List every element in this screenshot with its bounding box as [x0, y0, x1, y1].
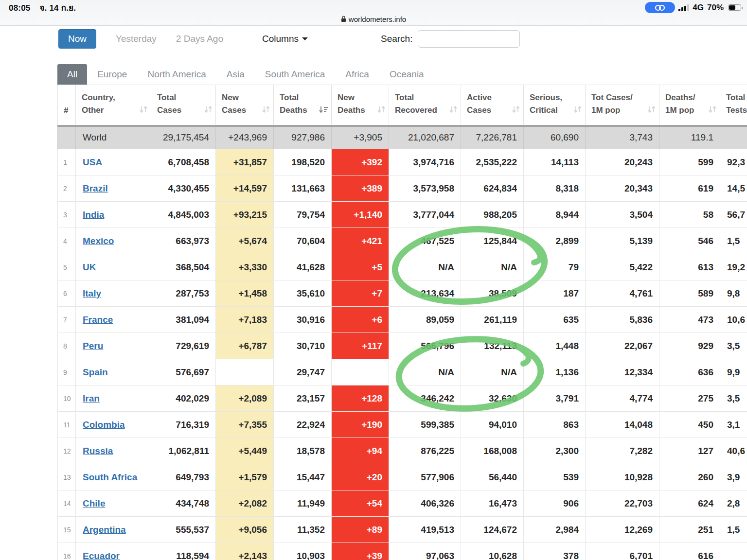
- page-content: Now Yesterday 2 Days Ago Columns Search:…: [0, 29, 747, 560]
- column-header-total-recovered[interactable]: TotalRecovered: [389, 85, 461, 126]
- country-link-france[interactable]: France: [83, 315, 113, 325]
- cell-new-cases: +14,597: [216, 175, 274, 202]
- cell-total-recovered: 3,974,716: [389, 149, 461, 175]
- country-link-usa[interactable]: USA: [83, 157, 102, 167]
- country-link-spain[interactable]: Spain: [83, 367, 108, 377]
- country-link-uk[interactable]: UK: [83, 262, 96, 272]
- cell-active-cases: 10,628: [461, 543, 524, 560]
- country-link-iran[interactable]: Iran: [83, 393, 100, 403]
- column-header-country-other[interactable]: Country,Other: [76, 85, 151, 126]
- tab-africa[interactable]: Africa: [335, 64, 379, 85]
- cell-active-cases: 94,010: [461, 412, 524, 438]
- tab-europe[interactable]: Europe: [87, 64, 137, 85]
- tab-asia[interactable]: Asia: [216, 64, 255, 85]
- column-header-tot-cases-1m-pop[interactable]: Tot Cases/1M pop: [586, 85, 659, 126]
- cell-total-recovered: 406,326: [389, 490, 461, 517]
- column-header-new-cases[interactable]: NewCases: [216, 85, 274, 126]
- cell-rank: 7: [58, 307, 76, 333]
- cell-total-cases: 555,537: [151, 517, 216, 543]
- cell-total-deaths: 35,610: [274, 280, 332, 307]
- personal-hotspot-indicator[interactable]: [645, 2, 675, 13]
- cell-total-deaths: 131,663: [274, 175, 332, 202]
- cell-new-deaths: +117: [332, 333, 389, 359]
- cell-total-tests: 14,5: [720, 175, 747, 202]
- column-header-new-deaths[interactable]: NewDeaths: [332, 85, 389, 126]
- cell-new-cases: +1,458: [216, 280, 274, 307]
- country-link-india[interactable]: India: [83, 210, 104, 220]
- column-header-serious-critical[interactable]: Serious,Critical: [524, 85, 586, 126]
- cell-serious-critical: 14,113: [524, 149, 586, 175]
- country-link-chile[interactable]: Chile: [83, 498, 105, 508]
- now-button[interactable]: Now: [58, 29, 96, 49]
- cell-country: France: [76, 307, 151, 333]
- cell-active-cases: N/A: [461, 254, 524, 280]
- cell-deaths-1m: 613: [659, 254, 720, 280]
- country-link-russia[interactable]: Russia: [83, 446, 113, 456]
- two-days-ago-button[interactable]: 2 Days Ago: [176, 34, 223, 44]
- region-tabs: AllEuropeNorth AmericaAsiaSouth AmericaA…: [57, 64, 747, 85]
- country-link-brazil[interactable]: Brazil: [83, 183, 108, 193]
- cell-deaths-1m: 251: [659, 517, 720, 543]
- sort-icon: [139, 105, 148, 117]
- cell-serious-critical: 60,690: [524, 126, 586, 149]
- cell-rank: 12: [58, 438, 76, 464]
- cell-total-tests: 56,7: [720, 202, 747, 228]
- table-row-usa: 1USA6,708,458+31,857198,520+3923,974,716…: [58, 149, 747, 175]
- cell-total-deaths: 198,520: [274, 149, 332, 175]
- cell-active-cases: 168,008: [461, 438, 524, 464]
- cell-new-deaths: +389: [332, 175, 389, 202]
- cell-country: Mexico: [76, 228, 151, 254]
- cell-total-tests: [720, 543, 747, 560]
- cell-new-cases: +5,449: [216, 438, 274, 464]
- cell-new-deaths: +20: [332, 464, 389, 490]
- table-row-colombia: 11Colombia716,319+7,35522,924+190599,385…: [58, 412, 747, 438]
- cell-deaths-1m: 589: [659, 280, 720, 307]
- column-header-active-cases[interactable]: ActiveCases: [461, 85, 524, 126]
- cell-rank: 13: [58, 464, 76, 490]
- table-toolbar: Now Yesterday 2 Days Ago Columns Search:: [58, 29, 747, 49]
- cell-deaths-1m: 624: [659, 490, 720, 517]
- cell-serious-critical: 539: [524, 464, 586, 490]
- address-bar[interactable]: worldometers.info: [0, 14, 747, 25]
- sort-icon: [203, 105, 213, 117]
- column-header-total-deaths[interactable]: TotalDeaths: [274, 85, 332, 126]
- country-link-colombia[interactable]: Colombia: [83, 420, 125, 430]
- country-link-south-africa[interactable]: South Africa: [83, 472, 137, 482]
- tab-oceania[interactable]: Oceania: [379, 64, 434, 85]
- column-header-deaths-1m-pop[interactable]: Deaths/1M pop: [659, 85, 720, 126]
- cell-total-recovered: N/A: [389, 359, 461, 385]
- table-row-argentina: 15Argentina555,537+9,05611,352+89419,513…: [58, 517, 747, 543]
- cell-deaths-1m: 929: [659, 333, 720, 359]
- hotspot-rings-icon: [652, 4, 668, 12]
- cell-new-deaths: +3,905: [332, 126, 389, 149]
- tab-north-america[interactable]: North America: [137, 64, 216, 85]
- cell-deaths-1m: 616: [659, 543, 720, 560]
- cell-total-tests: [720, 126, 747, 149]
- column-header-total-cases[interactable]: TotalCases: [151, 85, 216, 126]
- cell-active-cases: 624,834: [461, 175, 524, 202]
- cell-tot-cases-1m: 22,703: [586, 490, 659, 517]
- cell-serious-critical: 8,944: [524, 202, 586, 228]
- search-input[interactable]: [418, 30, 520, 48]
- cell-active-cases: 32,630: [461, 385, 524, 412]
- cell-active-cases: 132,113: [461, 333, 524, 359]
- country-link-mexico[interactable]: Mexico: [83, 236, 114, 246]
- columns-label: Columns: [262, 34, 299, 44]
- cell-tot-cases-1m: 5,139: [586, 228, 659, 254]
- tab-south-america[interactable]: South America: [255, 64, 336, 85]
- yesterday-button[interactable]: Yesterday: [116, 34, 157, 44]
- cell-tot-cases-1m: 14,048: [586, 412, 659, 438]
- country-link-peru[interactable]: Peru: [83, 341, 103, 351]
- tab-all[interactable]: All: [57, 64, 87, 85]
- cell-total-cases: 576,697: [151, 359, 216, 385]
- sort-descending-icon: [319, 105, 329, 117]
- country-link-argentina[interactable]: Argentina: [83, 525, 126, 535]
- country-link-italy[interactable]: Italy: [83, 288, 101, 298]
- screen: 08:05 จ. 14 ก.ย. 4G 70%: [0, 0, 747, 560]
- cell-country: Argentina: [76, 517, 151, 543]
- country-link-ecuador[interactable]: Ecuador: [83, 551, 120, 560]
- cell-tot-cases-1m: 3,743: [586, 126, 659, 149]
- cell-rank: 16: [58, 543, 76, 560]
- columns-dropdown[interactable]: Columns: [262, 34, 308, 44]
- cell-country: India: [76, 202, 151, 228]
